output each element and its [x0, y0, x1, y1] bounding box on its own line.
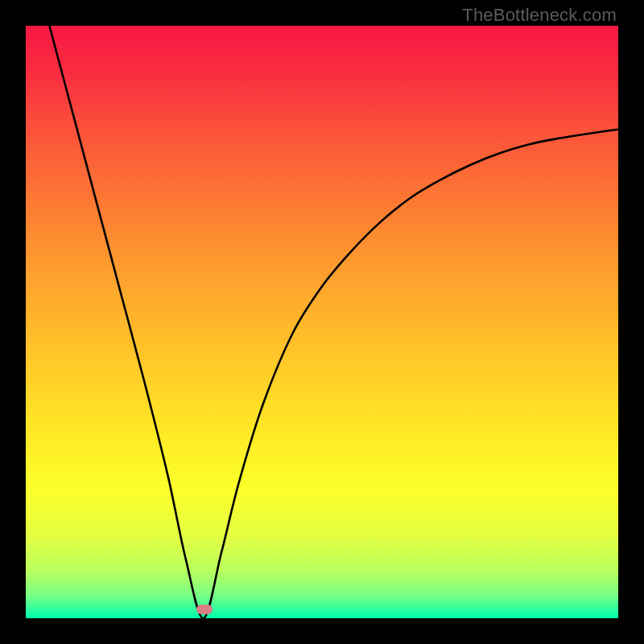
minimum-marker [196, 605, 213, 614]
plot-area [26, 26, 618, 618]
bottleneck-curve [26, 26, 618, 618]
chart-frame: TheBottleneck.com [0, 0, 644, 644]
watermark-text: TheBottleneck.com [462, 5, 617, 26]
